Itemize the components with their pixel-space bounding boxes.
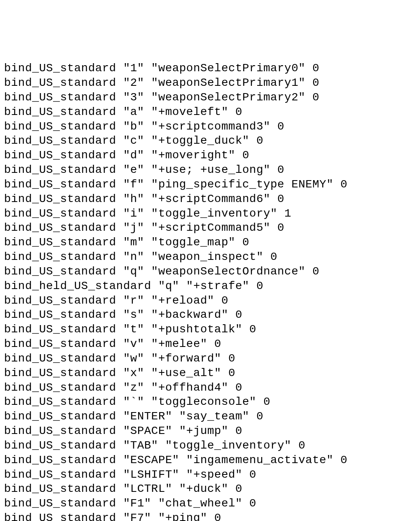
config-line: bind_US_standard "r" "+reload" 0 xyxy=(4,293,416,308)
config-line: bind_held_US_standard "q" "+strafe" 0 xyxy=(4,279,416,293)
config-line: bind_US_standard "s" "+backward" 0 xyxy=(4,308,416,322)
config-line: bind_US_standard "`" "toggleconsole" 0 xyxy=(4,395,416,409)
config-line: bind_US_standard "ESCAPE" "ingamemenu_ac… xyxy=(4,453,416,468)
config-line: bind_US_standard "h" "+scriptCommand6" 0 xyxy=(4,192,416,206)
config-line: bind_US_standard "1" "weaponSelectPrimar… xyxy=(4,61,416,76)
config-line: bind_US_standard "z" "+offhand4" 0 xyxy=(4,381,416,395)
config-line: bind_US_standard "TAB" "toggle_inventory… xyxy=(4,438,416,453)
config-line: bind_US_standard "x" "+use_alt" 0 xyxy=(4,366,416,381)
config-line: bind_US_standard "F7" "+ping" 0 xyxy=(4,511,416,521)
config-line: bind_US_standard "d" "+moveright" 0 xyxy=(4,148,416,163)
config-line: bind_US_standard "ENTER" "say_team" 0 xyxy=(4,409,416,424)
config-line: bind_US_standard "j" "+scriptCommand5" 0 xyxy=(4,221,416,235)
config-line: bind_US_standard "a" "+moveleft" 0 xyxy=(4,105,416,119)
config-line: bind_US_standard "v" "+melee" 0 xyxy=(4,337,416,351)
config-line: bind_US_standard "F1" "chat_wheel" 0 xyxy=(4,496,416,511)
config-line: bind_US_standard "q" "weaponSelectOrdnan… xyxy=(4,264,416,279)
config-line: bind_US_standard "i" "toggle_inventory" … xyxy=(4,206,416,221)
config-line: bind_US_standard "LCTRL" "+duck" 0 xyxy=(4,482,416,496)
config-line: bind_US_standard "2" "weaponSelectPrimar… xyxy=(4,76,416,90)
config-text-block: bind_US_standard "1" "weaponSelectPrimar… xyxy=(4,61,416,521)
config-line: bind_US_standard "SPACE" "+jump" 0 xyxy=(4,424,416,438)
config-line: bind_US_standard "3" "weaponSelectPrimar… xyxy=(4,90,416,105)
config-line: bind_US_standard "b" "+scriptcommand3" 0 xyxy=(4,119,416,134)
config-line: bind_US_standard "t" "+pushtotalk" 0 xyxy=(4,322,416,337)
config-line: bind_US_standard "m" "toggle_map" 0 xyxy=(4,235,416,250)
config-line: bind_US_standard "c" "+toggle_duck" 0 xyxy=(4,134,416,148)
config-line: bind_US_standard "n" "weapon_inspect" 0 xyxy=(4,250,416,264)
config-line: bind_US_standard "f" "ping_specific_type… xyxy=(4,177,416,192)
config-line: bind_US_standard "LSHIFT" "+speed" 0 xyxy=(4,468,416,482)
config-line: bind_US_standard "e" "+use; +use_long" 0 xyxy=(4,163,416,177)
config-line: bind_US_standard "w" "+forward" 0 xyxy=(4,351,416,366)
